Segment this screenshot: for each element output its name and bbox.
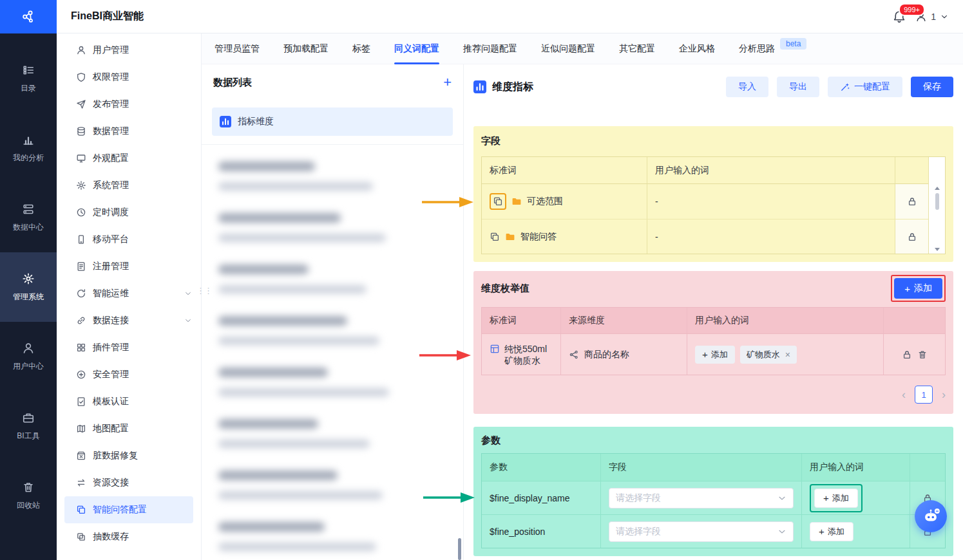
tab-analysis-ideas[interactable]: 分析思路 beta [739,33,806,64]
add-word-button[interactable]: + 添加 [695,346,735,364]
menu-item-resource-handover[interactable]: 资源交接 [57,469,201,496]
menu-item-registration-management[interactable]: 注册管理 [57,253,201,280]
rail-item-data-center[interactable]: 数据中心 [0,183,57,252]
pagination-prev[interactable]: ‹ [902,389,906,400]
menu-item-label: 系统管理 [93,180,129,191]
menu-item-appearance-config[interactable]: 外观配置 [57,145,201,172]
menu-item-extraction-cache[interactable]: 抽数缓存 [57,523,201,550]
lock-icon[interactable] [907,196,917,207]
menu-item-label: 模板认证 [93,396,129,407]
rail-item-label: 目录 [21,83,36,94]
lock-icon[interactable] [902,350,912,360]
col-header-actions [895,157,928,184]
menu-item-label: 智能运维 [93,288,129,299]
save-button[interactable]: 保存 [911,77,953,97]
params-section-title: 参数 [481,434,946,447]
export-button[interactable]: 导出 [777,77,819,97]
scrollbar-thumb[interactable] [935,193,939,210]
enum-row-standard-cell: 纯悦550ml矿物质水 [482,333,560,375]
copy-icon[interactable] [490,232,500,242]
import-button[interactable]: 导入 [726,77,768,97]
add-word-button[interactable]: + 添加 [810,522,853,541]
menu-item-intelligent-qa-config[interactable]: 智能问答配置 [64,496,193,523]
one-click-config-button[interactable]: 一键配置 [828,77,902,97]
menu-item-security-management[interactable]: 安全管理 [57,361,201,388]
layers-icon [76,532,86,542]
add-data-button[interactable]: + [443,75,452,89]
field-select[interactable]: 请选择字段 [609,521,794,542]
monitor-icon [76,153,86,163]
table-scrollbar[interactable] [928,157,945,254]
menu-item-dirty-data-repair[interactable]: 脏数据修复 [57,442,201,469]
close-icon[interactable]: × [785,350,790,359]
menu-item-map-config[interactable]: 地图配置 [57,415,201,442]
lock-icon[interactable] [907,232,917,242]
tab-preload-config[interactable]: 预加载配置 [283,33,329,64]
menu-item-mobile-platform[interactable]: 移动平台 [57,226,201,253]
menu-item-permission-management[interactable]: 权限管理 [57,64,201,91]
menu-item-template-authentication[interactable]: 模板认证 [57,388,201,415]
tab-similar-questions[interactable]: 近似问题配置 [541,33,595,64]
menu-item-data-connection[interactable]: 数据连接 [57,307,201,334]
chat-assistant-button[interactable] [915,500,947,532]
app-logo[interactable] [0,0,57,33]
tab-other-config[interactable]: 其它配置 [619,33,655,64]
left-rail: 目录 我的分析 数据中心 管理系统 用户中心 BI工具 [0,0,57,560]
topbar: FineBI商业智能 999+ 1 [57,0,963,33]
rail-item-catalog[interactable]: 目录 [0,44,57,113]
enum-standard-word: 纯悦550ml矿物质水 [504,343,553,366]
button-label: 添加 [711,349,728,360]
list-item[interactable] [218,368,446,397]
rail-item-label: 我的分析 [13,153,44,163]
tab-label: 分析思路 [739,43,775,55]
tab-enterprise-style[interactable]: 企业风格 [679,33,715,64]
menu-item-user-management[interactable]: 用户管理 [57,37,201,64]
data-item-indicator-dimension[interactable]: 指标维度 [212,107,453,136]
trash-icon[interactable] [917,350,928,360]
button-label: 保存 [923,81,941,93]
menu-item-plugin-management[interactable]: 插件管理 [57,334,201,361]
list-item[interactable] [218,522,446,551]
menu-item-scheduled-tasks[interactable]: 定时调度 [57,199,201,226]
tab-recommended-questions[interactable]: 推荐问题配置 [463,33,517,64]
tab-synonym-config[interactable]: 同义词配置 [394,33,439,64]
menu-item-data-management[interactable]: 数据管理 [57,118,201,145]
notification-bell[interactable]: 999+ [893,10,906,23]
param-field-cell: 请选择字段 [600,481,801,514]
list-item[interactable] [218,471,446,499]
tab-tags[interactable]: 标签 [352,33,370,64]
menu-item-publish-management[interactable]: 发布管理 [57,91,201,118]
scroll-down-arrow[interactable] [935,248,940,251]
menu-item-intelligent-ops[interactable]: 智能运维 [57,280,201,307]
security-icon [76,369,86,380]
list-item[interactable] [218,265,446,294]
rail-item-bi-tools[interactable]: BI工具 [0,391,57,461]
rail-item-my-analysis[interactable]: 我的分析 [0,113,57,183]
scrollbar-thumb[interactable] [458,538,461,560]
copy-icon[interactable] [493,196,503,207]
rail-item-label: 管理系统 [13,292,44,303]
list-item[interactable] [218,419,446,448]
fields-table: 标准词 用户输入的词 可选范围 [481,156,946,254]
bi-tools-icon [22,411,35,424]
repair-icon [76,451,86,461]
annotation-box-red: + 添加 [891,275,946,302]
gear-icon [76,180,86,191]
add-word-button[interactable]: + 添加 [814,489,858,508]
list-item[interactable] [218,162,446,191]
panel-resize-handle[interactable]: ⋮⋮ [196,286,212,295]
scroll-up-arrow[interactable] [935,187,940,190]
document-icon [76,261,86,272]
beta-badge: beta [780,38,806,50]
add-enum-button[interactable]: + 添加 [894,278,942,299]
rail-item-recycle-bin[interactable]: 回收站 [0,461,57,530]
field-select[interactable]: 请选择字段 [609,488,794,509]
pagination-page-1[interactable]: 1 [915,386,933,404]
list-item[interactable] [218,213,446,242]
rail-item-admin-system[interactable]: 管理系统 [0,252,57,322]
list-item[interactable] [218,316,446,345]
pagination-next[interactable]: › [942,389,946,400]
rail-item-user-center[interactable]: 用户中心 [0,322,57,391]
menu-item-system-management[interactable]: 系统管理 [57,172,201,199]
tab-admin-supervision[interactable]: 管理员监管 [215,33,260,64]
